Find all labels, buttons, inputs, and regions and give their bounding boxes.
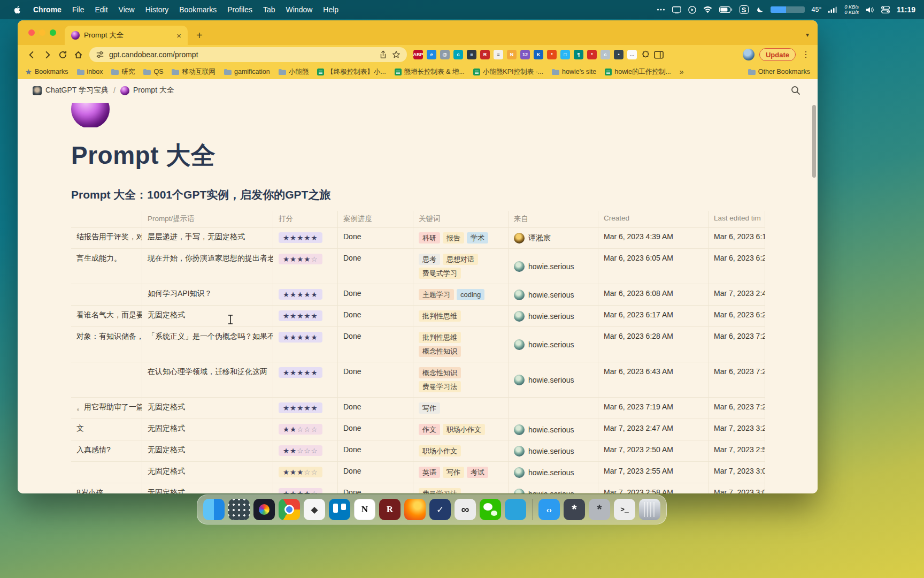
extension-teal-c-icon[interactable]: c xyxy=(453,50,463,59)
column-header[interactable]: 来自 xyxy=(509,211,598,227)
table-row[interactable]: 看谁名气大，而是要无固定格式★★★★★Done批判性思维howie.seriou… xyxy=(71,306,765,327)
menu-window[interactable]: Window xyxy=(281,5,318,14)
extension-reader-icon[interactable]: ≡ xyxy=(494,50,503,59)
table-row[interactable]: 8岁小孩无固定格式★★★★☆Done费曼学习法howie.seriousMar … xyxy=(71,483,765,493)
site-settings-icon[interactable] xyxy=(96,50,104,59)
bookmark-item[interactable]: 研究 xyxy=(111,67,135,77)
table-row[interactable]: 入真感情?无固定格式★★☆☆☆Done职场小作文howie.seriousMar… xyxy=(71,440,765,462)
network-speed[interactable]: 0 KB/s 0 KB/s xyxy=(844,4,859,15)
bookmarks-overflow-chevron[interactable]: » xyxy=(680,67,684,76)
extension-globe-icon[interactable]: e xyxy=(427,50,436,59)
close-window-button[interactable] xyxy=(28,29,35,36)
bookmark-item[interactable]: howie的工作控制... xyxy=(605,67,671,77)
cellular-bars-icon[interactable] xyxy=(828,6,837,13)
dock-loop-icon[interactable]: ∞ xyxy=(455,499,476,520)
volume-icon[interactable] xyxy=(866,6,874,13)
menu-tab[interactable]: Tab xyxy=(258,5,281,14)
column-header[interactable]: 关键词 xyxy=(413,211,509,227)
table-row[interactable]: 对象：有知识储备，「系统正义」是一个伪概念吗？如果不★★★★★Done批判性思维… xyxy=(71,327,765,362)
extension-k-blue-icon[interactable]: K xyxy=(534,50,543,59)
dock-launchpad-icon[interactable] xyxy=(228,499,250,520)
update-button[interactable]: Update xyxy=(759,48,796,61)
focus-moon-icon[interactable] xyxy=(756,6,764,14)
dock-things-icon[interactable]: ✓ xyxy=(429,499,451,520)
address-bar[interactable]: gpt.candobear.com/prompt xyxy=(89,47,407,62)
menu-edit[interactable]: Edit xyxy=(89,5,113,14)
minimize-window-button[interactable] xyxy=(39,29,45,36)
dock-terminal-icon[interactable]: >_ xyxy=(614,499,635,520)
play-status-icon[interactable] xyxy=(688,6,696,14)
apple-menu-icon[interactable] xyxy=(9,5,27,14)
extension-puzzle-icon[interactable] xyxy=(641,50,650,59)
display-mirror-icon[interactable] xyxy=(672,6,681,13)
extension-notes-amber-icon[interactable]: N xyxy=(507,50,517,59)
column-header[interactable] xyxy=(71,211,142,227)
battery-icon[interactable] xyxy=(719,6,733,13)
search-icon[interactable] xyxy=(789,83,803,97)
menu-file[interactable]: File xyxy=(67,5,90,14)
tab-search-chevron-icon[interactable]: ▾ xyxy=(806,31,809,39)
extension-cloud-gray-icon[interactable]: c xyxy=(600,50,610,59)
extension-flame-icon[interactable]: * xyxy=(547,50,557,59)
menu-chrome[interactable]: Chrome xyxy=(28,5,67,14)
bookmark-item[interactable]: gamification xyxy=(224,68,270,75)
extension-media-dark-icon[interactable]: ■ xyxy=(467,50,476,59)
dock-sketch-icon[interactable]: ◆ xyxy=(304,499,325,520)
dock-wechat-icon[interactable] xyxy=(480,499,501,520)
bookmark-item[interactable]: inbox xyxy=(77,68,103,75)
browser-menu-kebab-icon[interactable]: ⋮ xyxy=(800,50,811,59)
extension-readwise-icon[interactable]: R xyxy=(480,50,490,59)
status-meter[interactable] xyxy=(771,6,805,13)
reload-button[interactable] xyxy=(55,50,71,59)
bookmark-star-icon[interactable] xyxy=(392,50,401,59)
extension-panel-icon[interactable] xyxy=(654,50,664,59)
column-header[interactable]: Last edited tim xyxy=(709,211,765,227)
column-header[interactable]: Created xyxy=(598,211,709,227)
dock-firefox-icon[interactable] xyxy=(404,499,426,520)
bookmark-item[interactable]: 【终极控制表】小... xyxy=(317,67,386,77)
bookmark-item[interactable]: 移动互联网 xyxy=(172,67,215,77)
table-row[interactable]: 如何学习API知识？★★★★★Done主题学习codinghowie.serio… xyxy=(71,284,765,306)
extension-teal-tag-icon[interactable]: ¶ xyxy=(574,50,583,59)
table-row[interactable]: 结报告用于评奖，对层层递进，手写，无固定格式★★★★★Done科研报告学术谭淞宸… xyxy=(71,227,765,249)
dock-bluebird-icon[interactable] xyxy=(505,499,526,520)
table-row[interactable]: 在认知心理学领域，迁移和泛化这两★★★★★Done概念性知识费曼学习法howie… xyxy=(71,362,765,398)
share-icon[interactable] xyxy=(379,50,387,59)
page-icon[interactable] xyxy=(71,103,113,127)
profile-avatar[interactable] xyxy=(743,49,754,60)
dock-finder-icon[interactable] xyxy=(203,499,225,520)
dock-gear-dark-icon[interactable]: * xyxy=(564,499,585,520)
table-row[interactable]: 言生成能力。现在开始，你扮演道家思想的提出者老★★★★☆Done思考思想对话费曼… xyxy=(71,249,765,284)
bookmark-item[interactable]: QS xyxy=(143,68,163,75)
forward-button[interactable] xyxy=(40,50,55,59)
column-header[interactable]: Prompt/提示语 xyxy=(142,211,273,227)
clock[interactable]: 11:19 xyxy=(897,5,915,14)
other-bookmarks-folder[interactable]: Other Bookmarks xyxy=(748,68,810,75)
dock-readwise-icon[interactable]: R xyxy=(379,499,401,520)
dock-trash-icon[interactable] xyxy=(639,499,660,520)
dock-vscode-icon[interactable]: ‹› xyxy=(538,499,560,520)
extension-lastpass-icon[interactable]: * xyxy=(587,50,597,59)
table-row[interactable]: 。用它帮助审了一篇无固定格式★★★★★Done写作Mar 6, 2023 7:1… xyxy=(71,398,765,419)
extension-chat-white-icon[interactable]: … xyxy=(627,50,637,59)
s-app-status-icon[interactable]: S xyxy=(740,5,749,14)
extension-mail-at-icon[interactable]: @ xyxy=(440,50,450,59)
dock-trello-icon[interactable] xyxy=(329,499,350,520)
column-header[interactable]: 打分 xyxy=(273,211,338,227)
menu-bookmarks[interactable]: Bookmarks xyxy=(174,5,222,14)
menu-help[interactable]: Help xyxy=(318,5,344,14)
bookmark-item[interactable]: 小能熊 xyxy=(279,67,309,77)
table-row[interactable]: 文无固定格式★★☆☆☆Done作文职场小作文howie.seriousMar 7… xyxy=(71,419,765,440)
extension-adblock-icon[interactable]: ABP xyxy=(413,50,423,59)
bookmark-item[interactable]: 小能熊KPI控制表 -... xyxy=(473,67,543,77)
page-scrollbar[interactable] xyxy=(812,105,816,178)
dock-gear-gray-icon[interactable]: * xyxy=(589,499,610,520)
browser-tab[interactable]: Prompt 大全 × xyxy=(65,26,188,45)
bookmark-item[interactable]: howie's site xyxy=(552,68,596,75)
column-header[interactable]: 案例进度 xyxy=(338,211,413,227)
extension-lock-dark-icon[interactable]: • xyxy=(614,50,623,59)
bookmark-item[interactable]: Bookmarks xyxy=(25,68,68,75)
wifi-icon[interactable] xyxy=(703,6,712,13)
dock-photos-icon[interactable] xyxy=(253,499,275,520)
zoom-window-button[interactable] xyxy=(50,29,56,36)
